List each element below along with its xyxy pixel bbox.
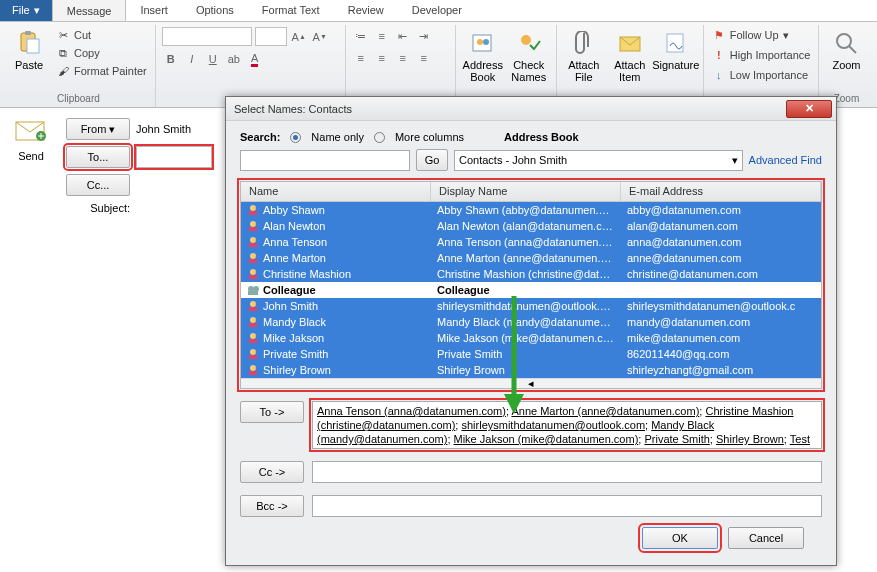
attach-item-button[interactable]: Attach Item <box>609 27 651 83</box>
cut-button[interactable]: ✂Cut <box>54 27 149 43</box>
cell-display: Anna Tenson (anna@datanumen.com) <box>431 236 621 248</box>
col-email[interactable]: E-mail Address <box>621 182 821 201</box>
table-row[interactable]: Abby ShawnAbby Shawn (abby@datanumen.com… <box>241 202 821 218</box>
group-zoom: Zoom Zoom <box>819 25 873 107</box>
recipient-entry[interactable]: Shirley Brown <box>716 433 784 445</box>
highlight-button[interactable]: ab <box>225 50 243 68</box>
contact-icon <box>247 364 259 376</box>
outdent-button[interactable]: ⇤ <box>394 27 412 45</box>
advanced-find-link[interactable]: Advanced Find <box>749 154 822 166</box>
col-display[interactable]: Display Name <box>431 182 621 201</box>
grid-scroll-left[interactable]: ◂ <box>241 378 821 388</box>
font-color-button[interactable]: A <box>246 50 264 68</box>
dest-cc-box[interactable] <box>312 461 822 483</box>
svg-rect-22 <box>249 275 257 279</box>
cell-name: Private Smith <box>263 348 328 360</box>
search-input[interactable] <box>240 150 410 171</box>
address-book-icon <box>468 29 498 57</box>
dest-bcc-button[interactable]: Bcc -> <box>240 495 304 517</box>
recipient-entry[interactable]: Mike Jakson (mike@datanumen.com) <box>454 433 639 445</box>
tab-file[interactable]: File ▾ <box>0 0 52 21</box>
table-row[interactable]: ColleagueColleague <box>241 282 821 298</box>
format-painter-button[interactable]: 🖌Format Painter <box>54 63 149 79</box>
grow-font-button[interactable]: A▲ <box>290 28 308 46</box>
svg-point-15 <box>250 221 256 227</box>
cell-email: anne@datanumen.com <box>621 252 821 264</box>
cancel-button[interactable]: Cancel <box>728 527 804 549</box>
low-importance-button[interactable]: ↓Low Importance <box>710 67 813 83</box>
svg-marker-37 <box>504 394 524 414</box>
follow-up-button[interactable]: ⚑Follow Up ▾ <box>710 27 813 43</box>
copy-button[interactable]: ⧉Copy <box>54 45 149 61</box>
send-icon <box>14 118 48 146</box>
address-book-button[interactable]: Address Book <box>462 27 504 83</box>
tab-review[interactable]: Review <box>334 0 398 21</box>
signature-button[interactable]: Signature <box>655 27 697 71</box>
table-row[interactable]: Mike JaksonMike Jakson (mike@datanumen.c… <box>241 330 821 346</box>
format-painter-label: Format Painter <box>74 65 147 77</box>
to-button[interactable]: To... <box>66 146 130 168</box>
dest-bcc-box[interactable] <box>312 495 822 517</box>
table-row[interactable]: Anne MartonAnne Marton (anne@datanumen.c… <box>241 250 821 266</box>
table-row[interactable]: John Smithshirleysmithdatanumen@outlook.… <box>241 298 821 314</box>
recipient-entry[interactable]: Anna Tenson (anna@datanumen.com) <box>317 405 506 417</box>
tab-message[interactable]: Message <box>52 0 127 21</box>
recipient-entry[interactable]: Anne Marton (anne@datanumen.com) <box>511 405 699 417</box>
recipient-entry[interactable]: shirleysmithdatanumen@outlook.com <box>461 419 645 431</box>
bold-button[interactable]: B <box>162 50 180 68</box>
indent-button[interactable]: ⇥ <box>415 27 433 45</box>
table-row[interactable]: Alan NewtonAlan Newton (alan@datanumen.c… <box>241 218 821 234</box>
address-book-combo[interactable]: Contacts - John Smith ▾ <box>454 150 743 171</box>
to-field[interactable] <box>136 146 212 168</box>
high-importance-button[interactable]: !High Importance <box>710 47 813 63</box>
radio-name-only[interactable] <box>290 132 301 143</box>
from-button[interactable]: From ▾ <box>66 118 130 140</box>
highlight-icon: ab <box>228 53 240 65</box>
zoom-button[interactable]: Zoom <box>825 27 867 71</box>
align-left-button[interactable]: ≡ <box>352 49 370 67</box>
tab-developer[interactable]: Developer <box>398 0 476 21</box>
dest-to-button[interactable]: To -> <box>240 401 304 423</box>
align-right-button[interactable]: ≡ <box>394 49 412 67</box>
cell-name: Christine Mashion <box>263 268 351 280</box>
attach-file-button[interactable]: Attach File <box>563 27 605 83</box>
svg-line-10 <box>849 46 856 53</box>
tab-file-label: File <box>12 4 30 16</box>
recipient-entry[interactable]: Test <box>790 433 810 445</box>
align-justify-button[interactable]: ≡ <box>415 49 433 67</box>
cell-name: Mandy Black <box>263 316 326 328</box>
underline-button[interactable]: U <box>204 50 222 68</box>
check-names-button[interactable]: Check Names <box>508 27 550 83</box>
bullets-button[interactable]: ≔ <box>352 27 370 45</box>
tab-insert[interactable]: Insert <box>126 0 182 21</box>
from-label: From <box>81 123 107 135</box>
numbering-button[interactable]: ≡ <box>373 27 391 45</box>
send-button[interactable]: Send <box>18 150 44 162</box>
radio-more-columns[interactable] <box>374 132 385 143</box>
tab-options[interactable]: Options <box>182 0 248 21</box>
cc-button[interactable]: Cc... <box>66 174 130 196</box>
table-row[interactable]: Shirley BrownShirley Brownshirleyzhangt@… <box>241 362 821 378</box>
font-family-select[interactable] <box>162 27 252 46</box>
font-size-select[interactable] <box>255 27 287 46</box>
ok-button[interactable]: OK <box>642 527 718 549</box>
check-names-label: Check Names <box>508 59 550 83</box>
cc-field[interactable] <box>136 174 212 196</box>
dest-cc-button[interactable]: Cc -> <box>240 461 304 483</box>
dest-to-box[interactable]: Anna Tenson (anna@datanumen.com); Anne M… <box>312 401 822 449</box>
tab-format-text[interactable]: Format Text <box>248 0 334 21</box>
table-row[interactable]: Anna TensonAnna Tenson (anna@datanumen.c… <box>241 234 821 250</box>
table-row[interactable]: Mandy BlackMandy Black (mandy@datanumen.… <box>241 314 821 330</box>
table-row[interactable]: Private SmithPrivate Smith862011440@qq.c… <box>241 346 821 362</box>
close-button[interactable]: ✕ <box>786 100 832 118</box>
table-row[interactable]: Christine MashionChristine Mashion (chri… <box>241 266 821 282</box>
col-name[interactable]: Name <box>241 182 431 201</box>
go-button[interactable]: Go <box>416 149 448 171</box>
italic-button[interactable]: I <box>183 50 201 68</box>
align-center-button[interactable]: ≡ <box>373 49 391 67</box>
recipient-entry[interactable]: Private Smith <box>644 433 709 445</box>
cell-display: Christine Mashion (christine@datanu... <box>431 268 621 280</box>
shrink-font-button[interactable]: A▼ <box>311 28 329 46</box>
svg-point-9 <box>837 34 851 48</box>
paste-button[interactable]: Paste <box>8 27 50 71</box>
